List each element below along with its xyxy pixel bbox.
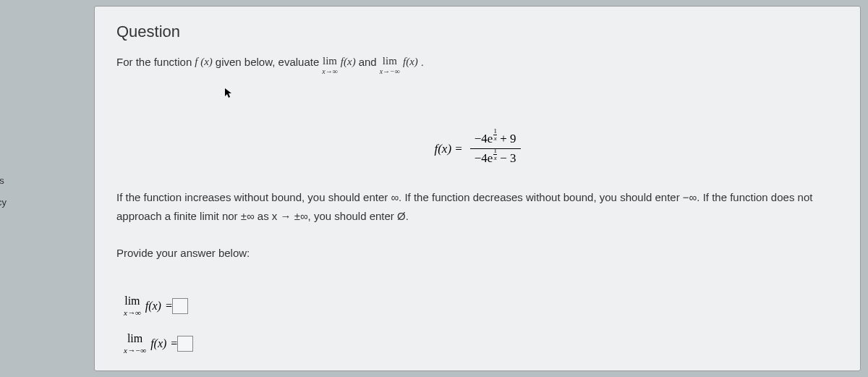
answer-input-pos[interactable]	[172, 298, 188, 314]
lim-sub-pos: x→∞	[322, 68, 338, 75]
answer-input-neg[interactable]	[177, 336, 193, 352]
answer-lim-sub-pos: x→∞	[124, 309, 141, 317]
answer-row-neg: lim x→−∞ f(x) =	[124, 333, 838, 355]
fraction-denominator: −4e1x − 3	[470, 149, 521, 168]
answer-lim-word-1: lim	[124, 295, 140, 307]
fraction-numerator: −4e1x + 9	[470, 130, 521, 148]
answer-lim-pos: lim x→∞	[124, 295, 141, 317]
limit-pos-inf: lim x→∞	[322, 56, 338, 75]
question-panel: Question For the function f (x) given be…	[94, 6, 861, 371]
function-definition: f(x) = −4e1x + 9 −4e1x − 3	[116, 130, 838, 168]
answer-fx-1: f(x)	[145, 300, 161, 313]
answer-eq-1: =	[166, 300, 172, 313]
limit-neg-inf: lim x→−∞	[380, 56, 400, 75]
formula-lhs: f(x) =	[434, 142, 462, 156]
lim-fx-1: f(x)	[341, 56, 356, 68]
sidebar-fragment: ns cy	[0, 0, 13, 377]
lim-word: lim	[323, 56, 337, 67]
provide-answer-label: Provide your answer below:	[116, 247, 838, 259]
answer-lim-word-2: lim	[127, 333, 142, 344]
den-b: − 3	[497, 151, 516, 165]
prompt-text-pre: For the function	[116, 56, 192, 68]
answer-lim-sub-neg: x→−∞	[124, 347, 146, 355]
exp-frac-num: 1x	[493, 128, 497, 142]
answer-lim-neg: lim x→−∞	[124, 333, 146, 355]
prompt-fx: f (x)	[195, 56, 213, 68]
formula-fraction: −4e1x + 9 −4e1x − 3	[470, 130, 521, 168]
prompt-text-mid: given below, evaluate	[216, 56, 319, 68]
prompt-and: and	[359, 56, 377, 68]
sidebar-text-1: ns	[0, 175, 4, 186]
question-prompt: For the function f (x) given below, eval…	[116, 56, 838, 75]
answer-row-pos: lim x→∞ f(x) =	[124, 295, 838, 317]
answer-fx-2: f(x)	[150, 337, 166, 350]
num-b: + 9	[497, 132, 516, 145]
sidebar-text-2: cy	[0, 197, 7, 208]
lim-word-2: lim	[383, 56, 397, 67]
exp-frac-den: 1x	[493, 148, 497, 161]
num-a: −4e	[475, 132, 493, 145]
instruction-text: If the function increases without bound,…	[116, 188, 838, 225]
cursor-icon	[225, 88, 232, 101]
question-title: Question	[116, 22, 838, 41]
lim-sub-neg: x→−∞	[380, 68, 400, 75]
answer-eq-2: =	[171, 337, 177, 350]
den-a: −4e	[475, 151, 493, 165]
prompt-period: .	[421, 56, 424, 68]
lim-fx-2: f(x)	[403, 56, 418, 68]
